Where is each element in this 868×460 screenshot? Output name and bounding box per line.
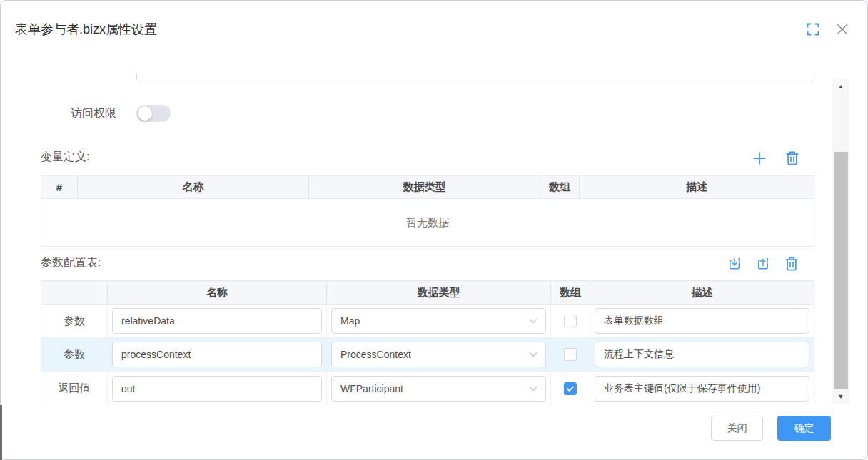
param-type-value: ProcessContext	[340, 349, 411, 360]
param-type-value: WFParticipant	[340, 383, 403, 394]
delete-variable-icon[interactable]	[785, 151, 799, 165]
col-header-array: 数组	[540, 176, 580, 198]
col-header-index: #	[41, 176, 78, 198]
variables-table-body: 暂无数据	[41, 199, 814, 247]
param-desc-input[interactable]	[595, 376, 809, 402]
col-header-array: 数组	[551, 281, 590, 304]
col-header-desc: 描述	[590, 281, 814, 304]
row-kind-label: 参数	[64, 348, 85, 362]
col-header-type: 数据类型	[327, 281, 551, 304]
params-section-label: 参数配置表:	[41, 255, 101, 270]
close-icon[interactable]	[835, 22, 849, 36]
row-kind-label: 参数	[64, 315, 85, 328]
background-page-edge	[0, 405, 2, 460]
chevron-down-icon	[528, 349, 538, 359]
variables-section-label: 变量定义:	[41, 150, 89, 165]
export-params-icon[interactable]	[756, 257, 770, 271]
param-type-select[interactable]: ProcessContext	[331, 342, 546, 367]
import-params-icon[interactable]	[727, 257, 742, 271]
access-permission-label: 访问权限	[71, 106, 116, 121]
chevron-down-icon	[528, 316, 538, 326]
array-checkbox[interactable]	[564, 348, 577, 361]
params-table-body: 参数 Map 参数	[41, 305, 814, 405]
confirm-button[interactable]: 确定	[777, 416, 831, 441]
param-type-value: Map	[340, 315, 360, 327]
param-desc-input[interactable]	[595, 342, 809, 367]
scroll-down-arrow[interactable]: ▼	[832, 389, 849, 404]
array-checkbox[interactable]	[564, 382, 577, 395]
param-desc-input[interactable]	[595, 308, 809, 334]
col-header-type: 数据类型	[309, 176, 540, 198]
table-row: 参数 Map	[41, 305, 814, 338]
col-header-desc: 描述	[580, 176, 814, 198]
param-name-input[interactable]	[112, 342, 322, 367]
delete-params-icon[interactable]	[784, 257, 799, 271]
col-header-name: 名称	[78, 176, 309, 198]
chevron-down-icon	[528, 384, 538, 394]
access-permission-toggle[interactable]	[136, 105, 171, 122]
params-table-header: 名称 数据类型 数组 描述	[41, 280, 814, 305]
row-kind-label: 返回值	[59, 382, 91, 395]
add-variable-icon[interactable]	[752, 151, 767, 165]
param-type-select[interactable]: WFParticipant	[331, 376, 546, 402]
array-checkbox[interactable]	[564, 315, 577, 327]
close-button[interactable]: 关闭	[711, 416, 763, 441]
param-name-input[interactable]	[112, 376, 322, 402]
scroll-up-arrow[interactable]: ▲	[832, 79, 849, 93]
col-header-kind	[41, 281, 108, 304]
clipped-input-bottom[interactable]	[136, 73, 812, 81]
toggle-knob	[138, 106, 152, 121]
vertical-scrollbar[interactable]: ▲ ▼	[832, 79, 849, 404]
property-dialog: 表单参与者.bizx属性设置 访问权限 变量定义:	[0, 0, 868, 460]
param-name-input[interactable]	[112, 308, 322, 334]
table-row: 参数 ProcessContext	[41, 338, 814, 372]
scrollbar-thumb[interactable]	[834, 152, 848, 389]
table-row: 返回值 WFParticipant	[41, 372, 814, 405]
variables-table-header: # 名称 数据类型 数组 描述	[41, 175, 814, 199]
col-header-name: 名称	[108, 281, 327, 304]
dialog-title: 表单参与者.bizx属性设置	[15, 21, 157, 38]
empty-state-text: 暂无数据	[41, 199, 814, 246]
param-type-select[interactable]: Map	[331, 308, 546, 334]
fullscreen-icon[interactable]	[806, 22, 820, 36]
